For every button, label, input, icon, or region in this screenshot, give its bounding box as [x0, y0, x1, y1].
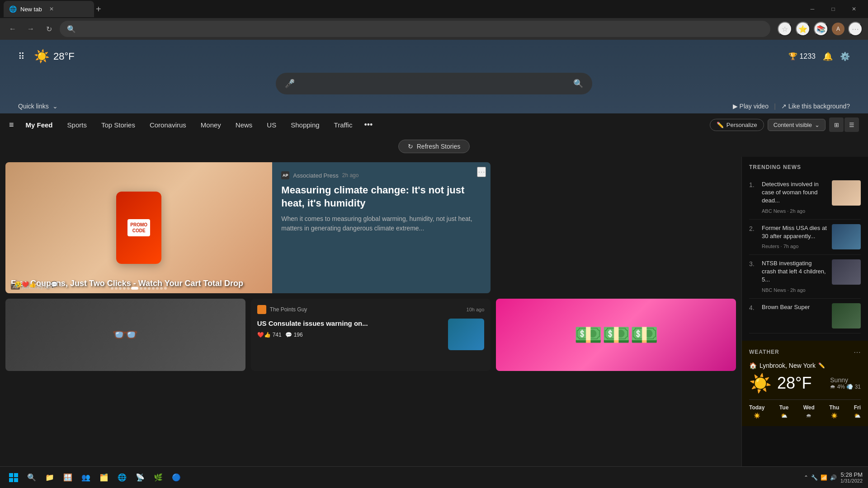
points-logo — [257, 305, 266, 314]
glasses-article-card[interactable]: 👓 — [5, 299, 245, 371]
climate-article-desc: When it comes to measuring global warmin… — [281, 214, 481, 233]
chrome-button[interactable]: 🌐 — [114, 469, 130, 486]
collections-icon[interactable]: 📚 — [814, 22, 828, 36]
window-controls: ─ □ ✕ — [802, 0, 864, 18]
favorites-menu-icon[interactable]: ⭐ — [796, 22, 810, 36]
points-reactions[interactable]: ❤️👍 741 — [257, 332, 282, 338]
ap-logo: AP — [281, 171, 289, 179]
comments[interactable]: 💬 3 — [51, 281, 63, 288]
weather-more-button[interactable]: ⋯ — [854, 348, 861, 357]
content-visible-dropdown[interactable]: Content visible ⌄ — [768, 119, 826, 131]
teams-button[interactable]: 👥 — [78, 469, 94, 486]
edit-location-icon[interactable]: ✏️ — [818, 362, 825, 369]
svg-rect-3 — [14, 478, 18, 482]
apps-grid-icon[interactable]: ⠿ — [18, 51, 25, 62]
filezilla-button[interactable]: 📡 — [132, 469, 148, 486]
file-explorer-button[interactable]: 📁 — [42, 469, 58, 486]
notifications-icon[interactable]: 🔔 — [823, 52, 833, 61]
play-video-button[interactable]: ▶ Play video — [733, 103, 769, 110]
top-right-controls: 🏆 1233 🔔 ⚙️ — [788, 52, 850, 61]
refresh-stories-button[interactable]: ↻ Refresh Stories — [398, 140, 470, 153]
points-header: The Points Guy 10h ago — [257, 305, 485, 314]
refresh-bar: ↻ Refresh Stories — [0, 136, 868, 157]
article-more-button[interactable]: ⋯ — [477, 167, 486, 177]
search-taskbar-button[interactable]: 🔍 — [24, 469, 40, 486]
points-article-card[interactable]: The Points Guy 10h ago US Consulate issu… — [251, 299, 491, 371]
file-manager-button[interactable]: 🗂️ — [96, 469, 112, 486]
new-tab-button[interactable]: + — [96, 4, 101, 14]
nav-more-button[interactable]: ••• — [360, 118, 376, 131]
points-comments[interactable]: 💬 196 — [285, 332, 303, 338]
weather-details: 🌧 4% 💨 31 — [830, 384, 861, 390]
mic-icon[interactable]: 🎤 — [285, 79, 295, 89]
like-background-button[interactable]: ↗ Like this background? — [781, 103, 850, 110]
maximize-button[interactable]: □ — [823, 0, 844, 18]
trending-text-4: Brown Bear Super — [762, 303, 827, 313]
address-input[interactable]: va — [80, 25, 763, 33]
tab-close-button[interactable]: ✕ — [49, 6, 54, 12]
promo-phone-visual: PROMOCODE — [5, 162, 272, 293]
back-button[interactable]: ← — [5, 22, 20, 36]
widgets-button[interactable]: 🪟 — [60, 469, 76, 486]
tray-up-icon[interactable]: ⌃ — [804, 474, 808, 481]
forward-button[interactable]: → — [24, 22, 38, 36]
nav-right: ✏️ Personalize Content visible ⌄ ⊞ ☰ — [710, 117, 859, 132]
list-view-button[interactable]: ☰ — [844, 117, 859, 132]
more-button[interactable]: ⋯ — [848, 22, 863, 36]
trending-thumb-1 — [832, 180, 861, 206]
svg-rect-0 — [9, 473, 13, 477]
trending-item-2[interactable]: 2. Former Miss USA dies at 30 after appa… — [749, 220, 861, 255]
trending-item-1[interactable]: 1. Detectives involved in case of woman … — [749, 176, 861, 220]
nav-item-top-stories[interactable]: Top Stories — [95, 118, 142, 131]
trending-item-4[interactable]: 4. Brown Bear Super — [749, 299, 861, 333]
grid-view-button[interactable]: ⊞ — [829, 117, 844, 132]
network-icon[interactable]: 📶 — [821, 474, 827, 481]
nav-item-us[interactable]: US — [260, 118, 283, 131]
quick-links-chevron[interactable]: ⌄ — [52, 103, 58, 110]
article-source: AP Associated Press 2h ago — [281, 171, 481, 179]
rewards-score[interactable]: 🏆 1233 — [788, 52, 816, 61]
browser-chrome: 🌐 New tab ✕ + ─ □ ✕ ← → ↻ 🔍 va ☆ ⭐ 📚 A ⋯ — [0, 0, 868, 40]
personalize-button[interactable]: ✏️ Personalize — [710, 119, 764, 131]
current-time: 5:28 PM — [840, 471, 863, 478]
app-icon-4[interactable]: 🌿 — [150, 469, 166, 486]
settings-icon[interactable]: ⚙️ — [840, 52, 850, 61]
money-article-card[interactable]: 💵💵💵 — [496, 299, 736, 371]
article-footer: 😢❤️👍 14 💬 3 — [14, 281, 63, 288]
nav-item-my-feed[interactable]: My Feed — [19, 118, 59, 131]
clock[interactable]: 5:28 PM 1/31/2022 — [840, 471, 863, 483]
forecast-tue: Tue ⛅ — [779, 404, 788, 419]
active-tab[interactable]: 🌐 New tab ✕ — [4, 1, 94, 17]
refresh-browser-button[interactable]: ↻ — [42, 22, 56, 36]
trending-thumb-4 — [832, 303, 861, 328]
close-button[interactable]: ✕ — [844, 0, 864, 18]
hamburger-menu[interactable]: ≡ — [9, 120, 14, 130]
favorites-icon[interactable]: ☆ — [778, 22, 792, 36]
volume-icon[interactable]: 🔊 — [830, 474, 837, 481]
main-search-input[interactable]: va — [300, 80, 568, 88]
address-bar[interactable]: 🔍 va — [60, 21, 770, 37]
trending-text-1: Detectives involved in case of woman fou… — [762, 180, 827, 215]
minimize-button[interactable]: ─ — [802, 0, 823, 18]
nav-item-news[interactable]: News — [229, 118, 259, 131]
featured-ad-card[interactable]: PROMOCODE Free Coupons, Just Two Clicks … — [5, 162, 491, 293]
weather-widget-header: WEATHER ⋯ — [749, 348, 861, 357]
forecast-thu: Thu ☀️ — [829, 404, 839, 419]
reactions[interactable]: 😢❤️👍 14 — [14, 281, 45, 288]
nav-item-shopping[interactable]: Shopping — [284, 118, 326, 131]
profile-avatar[interactable]: A — [832, 23, 844, 35]
trending-item-3[interactable]: 3. NTSB investigating crash that left 4 … — [749, 255, 861, 299]
nav-item-sports[interactable]: Sports — [61, 118, 93, 131]
weather-widget-title: WEATHER — [749, 349, 779, 355]
promo-code-label: PROMOCODE — [127, 219, 150, 236]
nav-item-traffic[interactable]: Traffic — [328, 118, 359, 131]
weather-temp: 28°F — [53, 51, 75, 62]
start-button[interactable] — [5, 469, 22, 486]
nav-item-coronavirus[interactable]: Coronavirus — [143, 118, 193, 131]
quick-links-label[interactable]: Quick links — [18, 103, 49, 110]
glasses-icon: 👓 — [112, 322, 139, 347]
nav-item-money[interactable]: Money — [194, 118, 227, 131]
search-submit-icon[interactable]: 🔍 — [573, 79, 583, 89]
edge-button[interactable]: 🔵 — [168, 469, 184, 486]
refresh-icon: ↻ — [408, 143, 413, 150]
